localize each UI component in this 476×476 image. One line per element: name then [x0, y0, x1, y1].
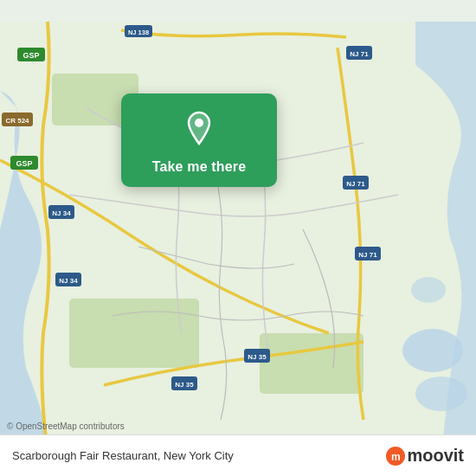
svg-point-2	[415, 376, 467, 411]
svg-text:NJ 34: NJ 34	[59, 277, 78, 285]
svg-text:NJ 35: NJ 35	[175, 381, 194, 389]
take-me-there-label: Take me there	[152, 159, 247, 175]
location-label: Scarborough Fair Restaurant, New York Ci…	[12, 449, 234, 462]
svg-point-29	[195, 119, 203, 127]
svg-rect-5	[260, 333, 363, 394]
moovit-logo: m moovit	[386, 446, 464, 466]
moovit-icon: m	[386, 447, 405, 466]
svg-rect-4	[69, 299, 199, 368]
svg-text:m: m	[391, 451, 401, 462]
take-me-there-popup[interactable]: Take me there	[121, 93, 277, 187]
osm-attribution: © OpenStreetMap contributors	[7, 421, 125, 431]
bottom-bar: Scarborough Fair Restaurant, New York Ci…	[0, 434, 476, 476]
svg-point-3	[411, 277, 446, 303]
location-pin-icon	[180, 109, 218, 151]
svg-text:NJ 71: NJ 71	[350, 50, 369, 58]
map-background: GSP GSP NJ 34 NJ 34 NJ 138 NJ 71 NJ 71 N…	[0, 0, 476, 476]
map-container: GSP GSP NJ 34 NJ 34 NJ 138 NJ 71 NJ 71 N…	[0, 0, 476, 476]
svg-text:NJ 71: NJ 71	[346, 180, 365, 188]
svg-text:NJ 138: NJ 138	[128, 29, 149, 36]
moovit-wordmark: moovit	[407, 446, 464, 466]
svg-text:GSP: GSP	[16, 159, 32, 168]
svg-text:CR 524: CR 524	[5, 117, 29, 125]
svg-text:NJ 71: NJ 71	[358, 251, 377, 259]
svg-text:GSP: GSP	[23, 51, 39, 60]
svg-text:NJ 34: NJ 34	[52, 209, 71, 217]
svg-text:NJ 35: NJ 35	[248, 353, 267, 361]
svg-point-1	[402, 329, 463, 372]
